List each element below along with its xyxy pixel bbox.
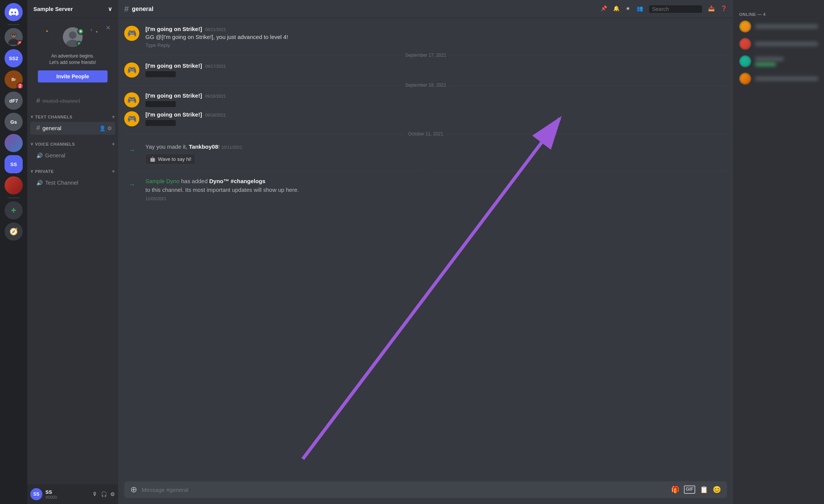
category-voice-channels[interactable]: ∨ VOICE CHANNELS + bbox=[27, 135, 118, 149]
member-info-3 bbox=[755, 57, 818, 66]
channel-hash-icon: # bbox=[124, 4, 129, 14]
channel-actions: 👤 ⚙ bbox=[99, 125, 112, 131]
channel-item-muted[interactable]: # muted-channel bbox=[30, 95, 115, 107]
channel-sidebar: Sample Server ∨ ✕ ✦ · ✦ + + bbox=[27, 0, 118, 504]
date-divider-sept18: September 18, 2021 bbox=[118, 79, 733, 91]
member-item-1[interactable] bbox=[736, 18, 821, 35]
add-person-icon[interactable]: 👤 bbox=[99, 125, 106, 131]
chat-input-actions: 🎁 GIF 📋 😊 bbox=[671, 485, 721, 494]
settings-icon[interactable]: ⚙ bbox=[107, 125, 112, 131]
search-input[interactable] bbox=[649, 5, 702, 13]
help-icon[interactable]: ❓ bbox=[721, 5, 727, 13]
category-text-channels[interactable]: ∨ TEXT CHANNELS + bbox=[27, 107, 118, 122]
server-icon-gs[interactable]: Gs bbox=[5, 113, 23, 131]
add-attachment-button[interactable]: ⊕ bbox=[130, 485, 137, 495]
svg-point-4 bbox=[12, 35, 13, 36]
wave-emoji: 🤖 bbox=[150, 156, 156, 163]
add-server-button[interactable]: + bbox=[5, 201, 23, 219]
message-timestamp-2: 09/17/2021 bbox=[205, 64, 226, 68]
message-text-4 bbox=[145, 118, 727, 127]
discord-home-button[interactable] bbox=[5, 3, 23, 21]
microphone-icon[interactable]: 🎙 bbox=[92, 491, 98, 497]
chat-header: # general 📌 🔔 ★ 👥 📥 ❓ bbox=[118, 0, 733, 18]
server-header[interactable]: Sample Server ∨ bbox=[27, 0, 118, 18]
members-sidebar: ONLINE — 4 bbox=[733, 0, 824, 504]
current-user-tag: #0000 bbox=[45, 495, 89, 499]
current-user-avatar[interactable]: SS bbox=[30, 488, 42, 500]
date-divider-nov5 bbox=[118, 168, 733, 174]
redacted-content-2 bbox=[145, 71, 176, 77]
inbox-icon[interactable]: 📥 bbox=[708, 5, 715, 13]
message-text-3 bbox=[145, 100, 727, 108]
user-area-actions: 🎙 🎧 ⚙ bbox=[92, 491, 115, 497]
server-icon-ss2[interactable]: SS2 bbox=[5, 49, 23, 67]
channel-name-test: Test Channel bbox=[45, 179, 112, 186]
speaker-icon-test: 🔊 bbox=[36, 180, 43, 186]
headset-icon[interactable]: 🎧 bbox=[101, 491, 107, 497]
system-dyno-text: Sample Dyno has added Dyno™ #changelogs … bbox=[145, 177, 727, 203]
current-user-info: SS #0000 bbox=[45, 489, 89, 499]
server-icon-red[interactable] bbox=[5, 176, 23, 194]
date-divider-oct11: October 11, 2021 bbox=[118, 128, 733, 140]
member-avatar-1 bbox=[739, 20, 751, 33]
redacted-content-3 bbox=[145, 101, 176, 107]
sticker-icon[interactable]: 📋 bbox=[700, 485, 708, 494]
server-divider bbox=[8, 24, 20, 25]
member-name-4 bbox=[755, 76, 818, 81]
bell-icon[interactable]: 🔔 bbox=[613, 5, 620, 13]
invite-people-button[interactable]: Invite People bbox=[38, 70, 108, 82]
server-icon-df7[interactable]: dF7 bbox=[5, 92, 23, 110]
category-label-voice: ∨ VOICE CHANNELS bbox=[30, 142, 75, 146]
add-text-channel-button[interactable]: + bbox=[112, 114, 115, 120]
member-avatar-3 bbox=[739, 55, 751, 67]
pin-messages-icon[interactable]: 📌 bbox=[601, 5, 607, 13]
server-icon-brave[interactable]: Br 2 bbox=[5, 70, 23, 89]
channel-item-test[interactable]: 🔊 Test Channel bbox=[30, 176, 115, 189]
redacted-content-4 bbox=[145, 120, 176, 126]
type-reply-button-1[interactable]: Type Reply bbox=[145, 42, 170, 48]
message-header-3: [I'm going on Strike!] 09/18/2021 bbox=[145, 92, 727, 99]
chevron-down-icon-text: ∨ bbox=[30, 114, 34, 119]
chevron-down-icon-private: ∨ bbox=[30, 169, 34, 174]
member-item-4[interactable] bbox=[736, 70, 821, 87]
gif-icon[interactable]: GIF bbox=[684, 485, 695, 494]
message-avatar-3: 🎮 bbox=[124, 92, 139, 107]
settings-user-icon[interactable]: ⚙ bbox=[110, 491, 115, 497]
member-avatar-2 bbox=[739, 38, 751, 50]
message-content-4: [I'm going on Strike!] 09/18/2021 bbox=[145, 111, 727, 127]
message-group-3: 🎮 [I'm going on Strike!] 09/18/2021 bbox=[118, 91, 733, 110]
current-username: SS bbox=[45, 489, 89, 495]
system-dyno-message: → Sample Dyno has added Dyno™ #changelog… bbox=[118, 174, 733, 206]
add-voice-channel-button[interactable]: + bbox=[112, 141, 115, 148]
member-avatar-4 bbox=[739, 73, 751, 85]
channel-item-voice-general[interactable]: 🔊 General bbox=[30, 149, 115, 162]
message-avatar-1: 🎮 bbox=[124, 26, 139, 41]
emoji-icon[interactable]: 😊 bbox=[713, 485, 721, 494]
add-private-channel-button[interactable]: + bbox=[112, 168, 115, 175]
wave-button[interactable]: 🤖 Wave to say hi! bbox=[145, 154, 195, 165]
member-name-2 bbox=[755, 42, 818, 46]
message-avatar-2: 🎮 bbox=[124, 62, 139, 78]
server-icon-blurry[interactable] bbox=[5, 134, 23, 152]
server-icon-ss-active[interactable]: SS bbox=[5, 155, 23, 173]
channel-item-general[interactable]: # general 👤 ⚙ bbox=[30, 122, 115, 135]
message-avatar-4: 🎮 bbox=[124, 111, 139, 126]
hash-icon-muted: # bbox=[36, 97, 40, 105]
server-icon-avatar[interactable]: 1 bbox=[5, 28, 23, 46]
discovery-button[interactable]: 🧭 bbox=[5, 222, 23, 241]
member-item-3[interactable] bbox=[736, 53, 821, 70]
chat-input-box: ⊕ 🎁 GIF 📋 😊 bbox=[124, 481, 727, 498]
star-icon[interactable]: ★ bbox=[626, 5, 630, 13]
members-list-icon[interactable]: 👥 bbox=[637, 5, 643, 13]
gift-icon[interactable]: 🎁 bbox=[671, 485, 679, 494]
message-input[interactable] bbox=[142, 487, 666, 493]
chat-main: # general 📌 🔔 ★ 👥 📥 ❓ 🎮 [I'm going on St… bbox=[118, 0, 733, 504]
user-area: SS SS #0000 🎙 🎧 ⚙ bbox=[27, 484, 118, 504]
channel-name-general: general bbox=[42, 125, 97, 131]
chat-input-area: ⊕ 🎁 GIF 📋 😊 bbox=[118, 481, 733, 504]
category-private[interactable]: ∨ PRIVATE + bbox=[27, 162, 118, 176]
message-group-1: 🎮 [I'm going on Strike!] 08/21/2021 GG @… bbox=[118, 24, 733, 50]
server-sidebar: 1 SS2 Br 2 dF7 Gs SS + 🧭 bbox=[0, 0, 27, 504]
message-header-1: [I'm going on Strike!] 08/21/2021 bbox=[145, 26, 727, 32]
member-item-2[interactable] bbox=[736, 36, 821, 52]
